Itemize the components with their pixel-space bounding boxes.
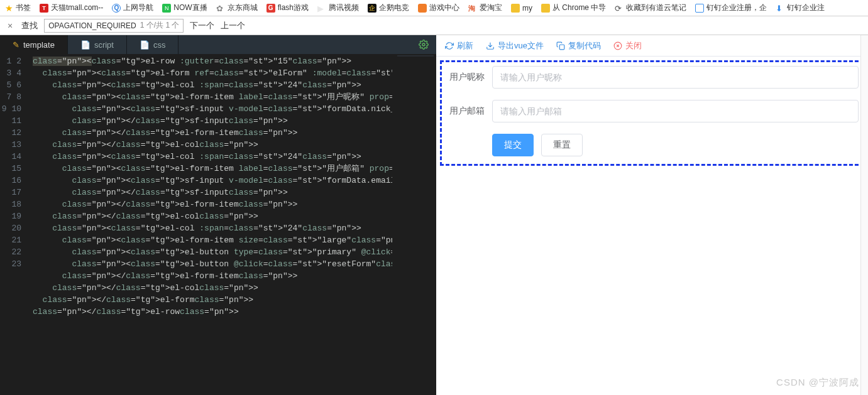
bookmark-item[interactable]: Gflash游戏 <box>266 3 309 13</box>
find-query-text: OPAGATION_REQUIRED <box>48 21 136 30</box>
tab-label: template <box>23 40 55 50</box>
form-selection-outline[interactable]: 用户昵称 用户邮箱 提交 重置 <box>440 60 864 166</box>
bookmark-item[interactable]: ⟳收藏到有道云笔记 <box>615 3 686 13</box>
form-row-email: 用户邮箱 <box>446 100 859 122</box>
bookmark-icon <box>541 4 550 13</box>
bookmark-label: 书签 <box>16 3 31 13</box>
bookmark-icon: G <box>266 4 275 13</box>
find-label: 查找 <box>21 20 38 31</box>
submit-button[interactable]: 提交 <box>492 134 534 156</box>
svg-point-0 <box>422 43 425 46</box>
bookmark-label: 收藏到有道云笔记 <box>626 3 686 13</box>
bookmark-label: 企鹅电竞 <box>379 3 409 13</box>
nickname-input[interactable] <box>492 66 859 89</box>
preview-pane: 刷新导出vue文件复制代码关闭 用户昵称 用户邮箱 提交 重置 <box>436 35 868 395</box>
refresh-icon <box>445 41 454 50</box>
bookmark-item[interactable]: Q上网导航 <box>112 3 153 13</box>
bookmark-item[interactable]: ★书签 <box>5 3 31 13</box>
code-content[interactable]: class="pn"><class="tg">el-row :gutter=cl… <box>33 54 392 395</box>
bookmark-item[interactable]: ⬇钉钉企业注 <box>776 3 825 13</box>
download-icon <box>486 41 495 50</box>
bookmark-icon: ★ <box>5 3 13 13</box>
bookmark-label: flash游戏 <box>278 3 309 13</box>
find-bar: × 查找 OPAGATION_REQUIRED 1 个/共 1 个 下一个 上一… <box>0 16 868 35</box>
find-next-button[interactable]: 下一个 <box>190 20 214 31</box>
script-icon: 📄 <box>80 40 91 50</box>
bookmark-icon: 淘 <box>468 4 477 13</box>
bookmark-item[interactable]: 企企鹅电竞 <box>368 3 409 13</box>
line-gutter: 1 2 3 4 5 6 7 8 9 10 11 12 13 14 15 16 1… <box>0 54 33 395</box>
bookmark-label: my <box>522 4 532 13</box>
toolbar-refresh-button[interactable]: 刷新 <box>445 40 473 51</box>
find-count: 1 个/共 1 个 <box>140 20 180 31</box>
close-icon <box>613 41 622 50</box>
bookmark-icon: ⬇ <box>776 4 784 13</box>
find-prev-button[interactable]: 上一个 <box>221 20 245 31</box>
bookmark-label: 钉钉企业注 <box>787 3 825 13</box>
bookmarks-bar: ★书签T天猫tmall.com--Q上网导航NNOW直播✿京东商城Gflash游… <box>0 0 868 16</box>
bookmark-item[interactable]: 从 Chrome 中导 <box>541 3 606 13</box>
editor-tabs: ✎template📄script📄css <box>0 35 436 54</box>
css-icon: 📄 <box>140 40 150 50</box>
toolbar-label: 刷新 <box>457 40 473 51</box>
bookmark-item[interactable]: 游戏中心 <box>418 3 459 13</box>
copy-icon <box>556 41 565 50</box>
bookmark-label: 游戏中心 <box>429 3 459 13</box>
bookmark-label: 腾讯视频 <box>329 3 359 13</box>
email-label: 用户邮箱 <box>446 106 492 117</box>
bookmark-icon: 企 <box>368 4 376 13</box>
bookmark-icon: N <box>162 4 171 13</box>
form-row-nickname: 用户昵称 <box>446 66 859 89</box>
bookmark-icon: Q <box>112 4 121 13</box>
email-input[interactable] <box>492 100 859 122</box>
template-icon: ✎ <box>13 40 19 50</box>
bookmark-label: 钉钉企业注册，企 <box>706 3 767 13</box>
nickname-label: 用户昵称 <box>446 72 492 83</box>
svg-rect-1 <box>559 45 564 50</box>
bookmark-item[interactable]: ✿京东商城 <box>216 3 258 13</box>
tab-script[interactable]: 📄script <box>68 35 127 54</box>
settings-gear-icon[interactable] <box>411 35 436 54</box>
tab-css[interactable]: 📄css <box>127 35 179 54</box>
bookmark-icon: ⟳ <box>615 4 624 13</box>
bookmark-label: 天猫tmall.com-- <box>51 3 103 13</box>
bookmark-icon <box>511 4 520 13</box>
bookmark-label: 从 Chrome 中导 <box>552 3 606 13</box>
bookmark-icon: ✿ <box>216 4 225 13</box>
reset-button[interactable]: 重置 <box>541 134 583 156</box>
form-buttons: 提交 重置 <box>492 134 859 156</box>
find-close-button[interactable]: × <box>5 21 15 31</box>
bookmark-icon <box>695 4 704 13</box>
preview-toolbar: 刷新导出vue文件复制代码关闭 <box>436 35 868 57</box>
bookmark-item[interactable]: T天猫tmall.com-- <box>40 3 103 13</box>
toolbar-label: 复制代码 <box>568 40 601 51</box>
bookmark-label: NOW直播 <box>173 3 207 13</box>
bookmark-label: 上网导航 <box>123 3 153 13</box>
toolbar-copy-button[interactable]: 复制代码 <box>556 40 601 51</box>
bookmark-item[interactable]: 钉钉企业注册，企 <box>695 3 767 13</box>
bookmark-label: 爱淘宝 <box>480 3 502 13</box>
tab-label: css <box>153 40 166 50</box>
bookmark-icon: T <box>40 4 48 13</box>
toolbar-label: 关闭 <box>625 40 642 51</box>
bookmark-item[interactable]: 淘爱淘宝 <box>468 3 502 13</box>
toolbar-label: 导出vue文件 <box>498 40 544 51</box>
bookmark-icon <box>418 4 427 13</box>
preview-body: 用户昵称 用户邮箱 提交 重置 <box>436 57 868 395</box>
right-edge-panel <box>860 35 868 395</box>
editor-pane: ✎template📄script📄css 1 2 3 4 5 6 7 8 9 1… <box>0 35 436 395</box>
tab-template[interactable]: ✎template <box>0 35 68 54</box>
toolbar-close-button[interactable]: 关闭 <box>613 40 642 51</box>
bookmark-item[interactable]: ▶腾讯视频 <box>317 3 359 13</box>
code-editor[interactable]: 1 2 3 4 5 6 7 8 9 10 11 12 13 14 15 16 1… <box>0 54 436 395</box>
tab-label: script <box>94 40 114 50</box>
toolbar-export-button[interactable]: 导出vue文件 <box>486 40 544 51</box>
minimap[interactable] <box>392 54 436 395</box>
bookmark-item[interactable]: NNOW直播 <box>162 3 207 13</box>
find-input[interactable]: OPAGATION_REQUIRED 1 个/共 1 个 <box>44 19 184 33</box>
bookmark-icon: ▶ <box>317 4 326 13</box>
bookmark-label: 京东商城 <box>228 3 258 13</box>
bookmark-item[interactable]: my <box>511 4 532 13</box>
